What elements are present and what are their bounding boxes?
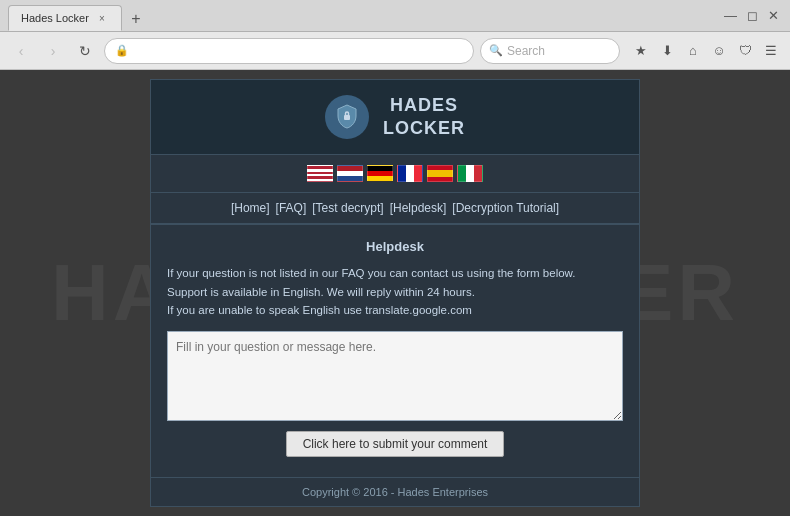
nav-test-decrypt[interactable]: [Test decrypt] — [312, 201, 383, 215]
browser-content: HADES LOCKER HADES LOCKER — [0, 70, 790, 516]
panel-header: HADES LOCKER — [151, 80, 639, 156]
flag-it[interactable] — [457, 165, 483, 182]
nav-links: [Home] [FAQ] [Test decrypt] [Helpdesk] [… — [151, 193, 639, 224]
new-tab-button[interactable]: + — [124, 7, 148, 31]
desc-line2: Support is available in English. We will… — [167, 283, 623, 301]
tab-title: Hades Locker — [21, 12, 89, 24]
close-button[interactable]: ✕ — [768, 8, 779, 23]
security-icon: 🔒 — [115, 44, 129, 57]
nav-faq[interactable]: [FAQ] — [276, 201, 307, 215]
flag-de[interactable] — [367, 165, 393, 182]
flag-fr[interactable] — [397, 165, 423, 182]
browser-navbar: ‹ › ↻ 🔒 🔍 Search ★ ⬇ ⌂ ☺ 🛡 ☰ — [0, 32, 790, 70]
download-icon[interactable]: ⬇ — [656, 40, 678, 62]
flags-row — [151, 155, 639, 193]
minimize-button[interactable]: — — [724, 8, 737, 23]
home-icon[interactable]: ⌂ — [682, 40, 704, 62]
flag-us[interactable] — [307, 165, 333, 182]
message-textarea[interactable] — [167, 331, 623, 421]
tab-bar: Hades Locker × + — [8, 0, 148, 31]
back-button[interactable]: ‹ — [8, 38, 34, 64]
active-tab[interactable]: Hades Locker × — [8, 5, 122, 31]
search-placeholder: Search — [507, 44, 545, 58]
desc-line3: If you are unable to speak English use t… — [167, 301, 623, 319]
copyright-text: Copyright © 2016 - Hades Enterprises — [302, 486, 488, 498]
content-panel: HADES LOCKER [Home] [FAQ] [Test decrypt]… — [150, 79, 640, 508]
panel-footer: Copyright © 2016 - Hades Enterprises — [151, 477, 639, 506]
description-text: If your question is not listed in our FA… — [167, 264, 623, 319]
search-bar[interactable]: 🔍 Search — [480, 38, 620, 64]
submit-button[interactable]: Click here to submit your comment — [286, 431, 505, 457]
desc-line1: If your question is not listed in our FA… — [167, 264, 623, 282]
submit-row: Click here to submit your comment — [167, 431, 623, 459]
bookmark-icon[interactable]: ★ — [630, 40, 652, 62]
panel-body: Helpdesk If your question is not listed … — [151, 225, 639, 477]
flag-es[interactable] — [427, 165, 453, 182]
nav-helpdesk[interactable]: [Helpdesk] — [390, 201, 447, 215]
nav-home[interactable]: [Home] — [231, 201, 270, 215]
forward-button[interactable]: › — [40, 38, 66, 64]
user-icon[interactable]: ☺ — [708, 40, 730, 62]
browser-titlebar: Hades Locker × + — ◻ ✕ — [0, 0, 790, 32]
section-title: Helpdesk — [167, 239, 623, 254]
address-bar[interactable]: 🔒 — [104, 38, 474, 64]
panel-title: HADES LOCKER — [383, 94, 465, 141]
flag-nl[interactable] — [337, 165, 363, 182]
refresh-button[interactable]: ↻ — [72, 38, 98, 64]
menu-icon[interactable]: ☰ — [760, 40, 782, 62]
restore-button[interactable]: ◻ — [747, 8, 758, 23]
tab-close-button[interactable]: × — [95, 11, 109, 25]
search-icon: 🔍 — [489, 44, 503, 57]
shield-logo — [325, 95, 369, 139]
browser-window: Hades Locker × + — ◻ ✕ ‹ › ↻ 🔒 🔍 Search … — [0, 0, 790, 516]
shield-icon[interactable]: 🛡 — [734, 40, 756, 62]
toolbar-icons: ★ ⬇ ⌂ ☺ 🛡 ☰ — [630, 40, 782, 62]
nav-tutorial[interactable]: [Decryption Tutorial] — [452, 201, 559, 215]
